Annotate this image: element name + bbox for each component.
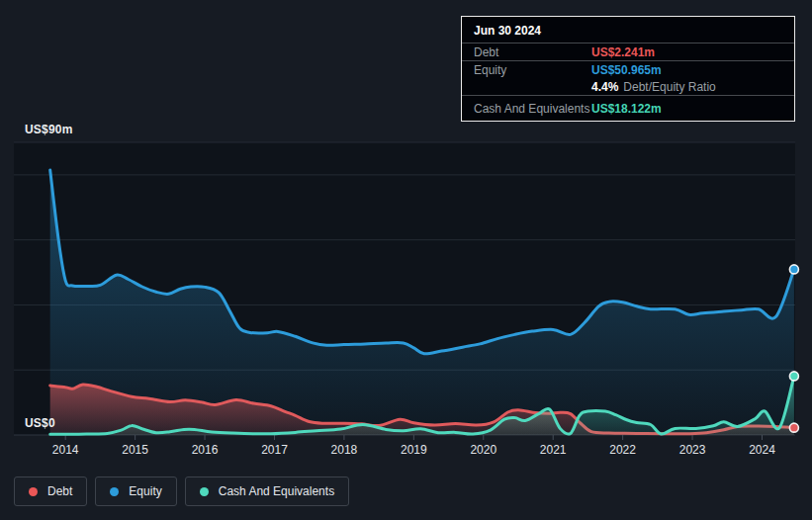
tooltip-ratio-percent: 4.4% [591,80,618,94]
tooltip-cash-value: US$18.122m [591,102,662,116]
y-axis-max-label: US$90m [25,123,73,136]
tooltip-equity-label: Equity [474,63,591,77]
chart-legend: DebtEquityCash And Equivalents [14,477,349,506]
legend-label: Cash And Equivalents [219,484,334,498]
tooltip-date: Jun 30 2024 [462,17,794,43]
legend-item-debt[interactable]: Debt [14,477,87,506]
tooltip-debt-label: Debt [474,45,591,59]
legend-label: Equity [129,484,161,498]
tooltip-cash-label: Cash And Equivalents [474,102,591,116]
tooltip-ratio-text: Debt/Equity Ratio [623,80,715,94]
tooltip-ratio-row: 4.4% Debt/Equity Ratio [462,78,794,95]
tooltip-debt-row: Debt US$2.241m [462,43,794,60]
equity-dot-icon [110,487,119,496]
cash-and-equivalents-dot-icon [200,487,209,496]
debt-dot-icon [29,487,38,496]
chart-tooltip: Jun 30 2024 Debt US$2.241m Equity US$50.… [461,16,795,122]
debt-end-marker [789,423,798,432]
legend-label: Debt [47,484,72,498]
y-axis-zero-label: US$0 [25,416,55,430]
tooltip-equity-row: Equity US$50.965m [462,60,794,78]
tooltip-equity-value: US$50.965m [591,63,662,77]
debt-equity-chart-panel: US$90m US$0 2014201520162017201820192020… [0,0,812,520]
equity-end-marker [789,265,798,274]
legend-item-equity[interactable]: Equity [95,477,176,506]
cash-and-equivalents-end-marker [789,372,798,381]
tooltip-cash-row: Cash And Equivalents US$18.122m [462,95,794,121]
tooltip-debt-value: US$2.241m [591,45,655,59]
legend-item-cash-and-equivalents[interactable]: Cash And Equivalents [185,477,349,506]
